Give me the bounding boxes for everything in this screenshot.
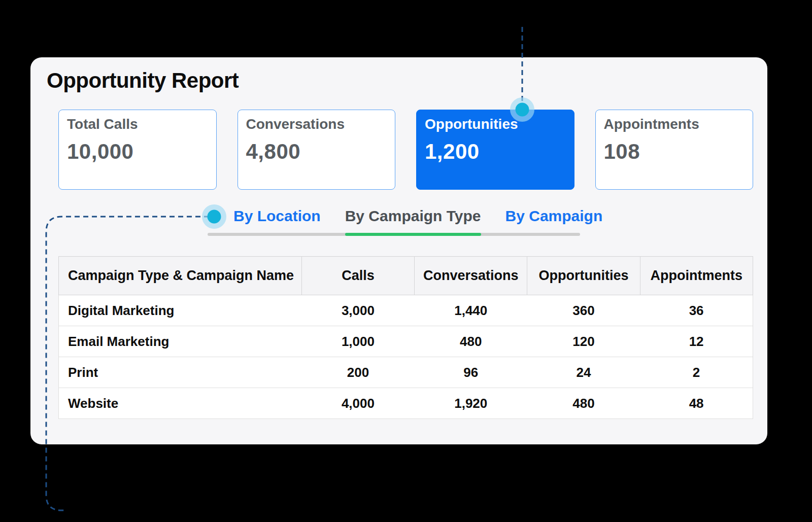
- opportunity-report-panel: Opportunity Report Total Calls 10,000 Co…: [30, 57, 767, 444]
- column-header-appointments: Appointments: [640, 257, 753, 295]
- cell-calls: 4,000: [301, 388, 414, 419]
- column-header-campaign: Campaign Type & Campaign Name: [59, 257, 302, 295]
- report-tabs: By Location By Campaign Type By Campaign: [208, 206, 580, 236]
- cell-conversations: 1,440: [415, 295, 527, 326]
- cell-appointments: 36: [640, 295, 753, 326]
- cell-appointments: 48: [640, 388, 753, 419]
- row-name: Print: [59, 357, 302, 388]
- cell-opportunities: 360: [527, 295, 640, 326]
- stat-card-appointments[interactable]: Appointments 108: [595, 110, 754, 190]
- column-header-conversations: Conversations: [415, 257, 527, 295]
- table-row: Email Marketing 1,000 480 120 12: [59, 326, 753, 357]
- tab-by-location[interactable]: By Location: [233, 206, 321, 226]
- stat-value: 4,800: [246, 140, 387, 164]
- stat-card-opportunities[interactable]: Opportunities 1,200: [416, 110, 574, 190]
- active-tab-indicator: [345, 233, 481, 236]
- row-name: Digital Marketing: [59, 295, 302, 326]
- stat-value: 108: [604, 140, 745, 164]
- tab-by-campaign-type[interactable]: By Campaign Type: [345, 206, 481, 226]
- stat-card-conversations[interactable]: Conversations 4,800: [238, 110, 396, 190]
- tab-row: By Location By Campaign Type By Campaign: [208, 206, 580, 226]
- stat-label: Opportunities: [425, 115, 566, 133]
- cell-conversations: 96: [415, 357, 527, 388]
- screenshot-stage: Opportunity Report Total Calls 10,000 Co…: [0, 0, 812, 522]
- stat-label: Total Calls: [67, 115, 208, 133]
- stat-value: 1,200: [425, 140, 566, 164]
- column-header-opportunities: Opportunities: [527, 257, 640, 295]
- cell-conversations: 480: [415, 326, 527, 357]
- column-header-calls: Calls: [301, 257, 414, 295]
- cell-calls: 200: [301, 357, 414, 388]
- stat-card-total-calls[interactable]: Total Calls 10,000: [58, 110, 217, 190]
- tab-by-campaign[interactable]: By Campaign: [505, 206, 603, 226]
- table-row: Digital Marketing 3,000 1,440 360 36: [59, 295, 753, 326]
- cell-opportunities: 24: [527, 357, 640, 388]
- cell-opportunities: 480: [527, 388, 640, 419]
- cell-conversations: 1,920: [415, 388, 527, 419]
- page-title: Opportunity Report: [47, 68, 239, 93]
- stats-row: Total Calls 10,000 Conversations 4,800 O…: [58, 110, 753, 190]
- stat-label: Conversations: [246, 115, 387, 133]
- stat-label: Appointments: [604, 115, 745, 133]
- table-header-row: Campaign Type & Campaign Name Calls Conv…: [59, 257, 753, 295]
- campaign-report-table: Campaign Type & Campaign Name Calls Conv…: [58, 256, 753, 419]
- table-row: Print 200 96 24 2: [59, 357, 753, 388]
- table-row: Website 4,000 1,920 480 48: [59, 388, 753, 419]
- stat-value: 10,000: [67, 140, 208, 164]
- cell-calls: 1,000: [301, 326, 414, 357]
- cell-appointments: 2: [640, 357, 753, 388]
- cell-calls: 3,000: [301, 295, 414, 326]
- row-name: Website: [59, 388, 302, 419]
- row-name: Email Marketing: [59, 326, 302, 357]
- cell-opportunities: 120: [527, 326, 640, 357]
- cell-appointments: 12: [640, 326, 753, 357]
